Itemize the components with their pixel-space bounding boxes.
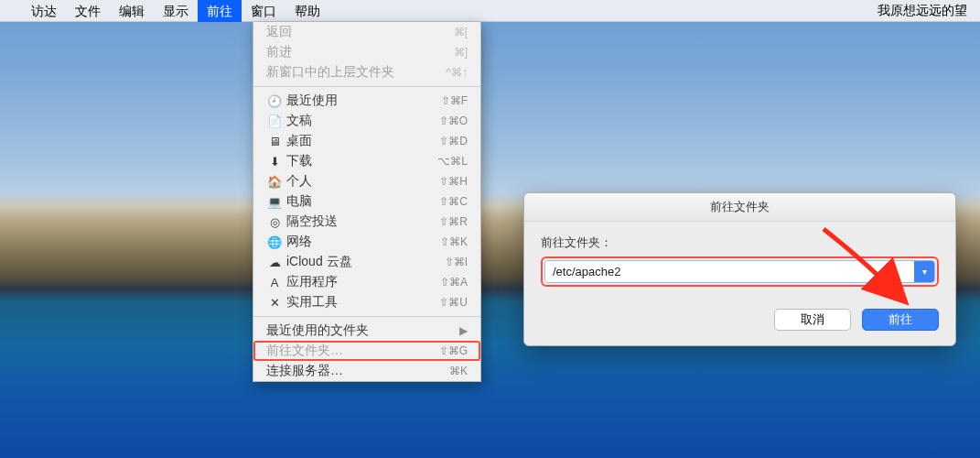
dropdown-arrow-icon[interactable]: ▾ [914, 261, 934, 282]
menubar: 访达 文件 编辑 显示 前往 窗口 帮助 我原想远远的望 [0, 0, 980, 22]
computer-icon: 💻 [266, 195, 283, 209]
menu-finder[interactable]: 访达 [22, 0, 66, 22]
separator [253, 86, 480, 87]
cancel-button[interactable]: 取消 [774, 309, 851, 331]
menu-item-airdrop[interactable]: ◎隔空投送⇧⌘R [253, 212, 480, 232]
folder-path-input[interactable] [545, 261, 914, 282]
go-to-folder-dialog: 前往文件夹 前往文件夹： ▾ 取消 前往 [523, 192, 956, 346]
menu-item-forward: 前进⌘] [253, 42, 480, 62]
separator [253, 316, 480, 317]
menu-item-enclosing: 新窗口中的上层文件夹^⌘↑ [253, 62, 480, 82]
utilities-icon: ✕ [266, 296, 283, 310]
menu-item-applications[interactable]: A应用程序⇧⌘A [253, 272, 480, 292]
document-icon: 📄 [266, 114, 283, 128]
download-icon: ⬇ [266, 155, 283, 169]
folder-path-combo[interactable]: ▾ [544, 260, 935, 283]
menu-help[interactable]: 帮助 [285, 0, 329, 22]
menu-item-utilities[interactable]: ✕实用工具⇧⌘U [253, 292, 480, 312]
menu-view[interactable]: 显示 [154, 0, 198, 22]
submenu-arrow-icon: ▶ [459, 324, 468, 337]
menu-item-go-to-folder[interactable]: 前往文件夹…⇧⌘G [253, 341, 480, 361]
menu-item-back: 返回⌘[ [253, 22, 480, 42]
clock-icon: 🕘 [266, 94, 283, 108]
menu-item-desktop[interactable]: 🖥桌面⇧⌘D [253, 131, 480, 151]
menubar-right-text: 我原想远远的望 [878, 3, 967, 19]
dialog-title: 前往文件夹 [524, 193, 955, 222]
menu-item-documents[interactable]: 📄文稿⇧⌘O [253, 111, 480, 131]
menu-file[interactable]: 文件 [66, 0, 110, 22]
menu-item-downloads[interactable]: ⬇下载⌥⌘L [253, 151, 480, 171]
menu-item-connect-server[interactable]: 连接服务器…⌘K [253, 361, 480, 381]
network-icon: 🌐 [266, 235, 283, 249]
menu-item-recents[interactable]: 🕘最近使用⇧⌘F [253, 91, 480, 111]
menu-item-computer[interactable]: 💻电脑⇧⌘C [253, 191, 480, 212]
input-highlight-annotation: ▾ [541, 256, 939, 287]
menu-go[interactable]: 前往 [198, 0, 242, 22]
applications-icon: A [266, 276, 283, 289]
menu-item-recent-folders[interactable]: 最近使用的文件夹▶ [253, 321, 480, 341]
dialog-field-label: 前往文件夹： [541, 234, 939, 251]
menu-window[interactable]: 窗口 [242, 0, 285, 22]
desktop-icon: 🖥 [266, 135, 283, 148]
menu-edit[interactable]: 编辑 [110, 0, 154, 22]
airdrop-icon: ◎ [266, 215, 283, 229]
menu-item-icloud[interactable]: ☁iCloud 云盘⇧⌘I [253, 252, 480, 272]
go-menu-dropdown: 返回⌘[ 前进⌘] 新窗口中的上层文件夹^⌘↑ 🕘最近使用⇧⌘F 📄文稿⇧⌘O … [253, 22, 481, 382]
home-icon: 🏠 [266, 175, 283, 189]
menu-item-network[interactable]: 🌐网络⇧⌘K [253, 232, 480, 252]
go-button[interactable]: 前往 [862, 309, 939, 331]
cloud-icon: ☁ [266, 256, 283, 269]
menu-item-home[interactable]: 🏠个人⇧⌘H [253, 171, 480, 191]
